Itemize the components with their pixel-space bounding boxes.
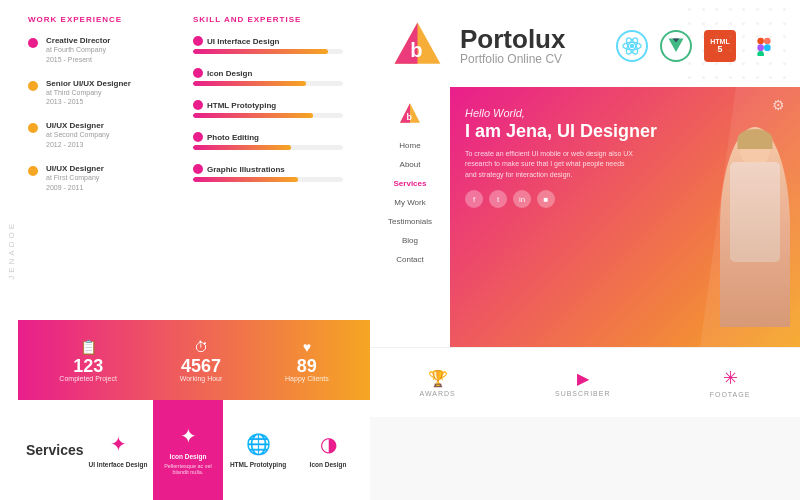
icon-design-sub: Pellentesque ac vel blandit nulla. — [158, 463, 218, 476]
awards-label: AWARDS — [420, 390, 456, 397]
nav-blog[interactable]: Blog — [370, 231, 450, 250]
skill-item-5: Graphic Illustrations — [193, 164, 343, 182]
skills-column: SKILL AND EXPERTISE UI Interface Design … — [193, 15, 343, 320]
nav-home[interactable]: Home — [370, 136, 450, 155]
main-container: JENADOE WORK EXPERIENCE Creative Directo… — [0, 0, 800, 500]
skill-item-2: Icon Design — [193, 68, 343, 86]
skill-item-3: HTML Prototyping — [193, 100, 343, 118]
skill-dot-3 — [193, 100, 203, 110]
hours-label: Working Hour — [180, 375, 223, 382]
nav-services[interactable]: Services — [370, 174, 450, 193]
nav-logo: b — [398, 102, 422, 126]
svg-point-3 — [630, 43, 635, 48]
job-title-2: Senior UI/UX Designer — [46, 79, 131, 88]
skill-dot-1 — [193, 36, 203, 46]
timeline-dot-4 — [28, 166, 38, 176]
linkedin-icon[interactable]: ■ — [537, 190, 555, 208]
hero-photo — [715, 127, 795, 347]
awards-icon: 🏆 — [420, 369, 456, 388]
brand-name: Portolux — [460, 26, 565, 52]
social-icons: f t in ■ — [465, 190, 785, 208]
skill-dot-4 — [193, 132, 203, 142]
hero-hello: Hello World, — [465, 107, 785, 119]
timeline-dot-1 — [28, 38, 38, 48]
html-label: HTML Prototyping — [230, 461, 286, 469]
job-company-3: at Second Company — [46, 130, 109, 140]
twitter-icon[interactable]: t — [489, 190, 507, 208]
skill-name-1: UI Interface Design — [207, 37, 279, 46]
work-experience-column: WORK EXPERIENCE Creative Director at Fou… — [28, 15, 183, 320]
footage-icon: ✳ — [710, 367, 751, 389]
side-label: JENADOE — [7, 221, 16, 280]
service-card-icon2[interactable]: ◑ Icon Design — [293, 400, 363, 500]
instagram-icon[interactable]: in — [513, 190, 531, 208]
job-years-3: 2012 - 2013 — [46, 140, 109, 150]
portfolio-preview: b Home About Services My Work Testimonia… — [370, 87, 800, 347]
ui-design-icon: ✦ — [110, 432, 127, 456]
job-title-3: UI/UX Designer — [46, 121, 109, 130]
stat-hours: ⏱ 4567 Working Hour — [180, 339, 223, 382]
completed-label: Completed Project — [59, 375, 117, 382]
nav-mywork[interactable]: My Work — [370, 193, 450, 212]
job-title-1: Creative Director — [46, 36, 110, 45]
icon2-label: Icon Design — [310, 461, 347, 469]
skill-bar-fill-1 — [193, 49, 328, 54]
service-card-photo[interactable]: 📷 Photo Editing — [363, 400, 370, 500]
nav-about[interactable]: About — [370, 155, 450, 174]
skill-bar-fill-3 — [193, 113, 313, 118]
completed-number: 123 — [59, 357, 117, 375]
skill-name-2: Icon Design — [207, 69, 252, 78]
icon2-icon: ◑ — [320, 432, 337, 456]
work-experience-title: WORK EXPERIENCE — [28, 15, 183, 24]
brand-text: Portolux Portfolio Online CV — [460, 26, 565, 66]
timeline-item-1: Creative Director at Fourth Company 2015… — [28, 36, 183, 65]
timeline-dot-3 — [28, 123, 38, 133]
html-icon: 🌐 — [246, 432, 271, 456]
job-company-1: at Fourth Company — [46, 45, 110, 55]
clients-icon: ♥ — [285, 339, 329, 355]
skill-item-4: Photo Editing — [193, 132, 343, 150]
award-subscriber: ▶ SUBSCRIBER — [555, 369, 611, 397]
skill-name-4: Photo Editing — [207, 133, 259, 142]
skill-bar-fill-5 — [193, 177, 298, 182]
gear-icon[interactable]: ⚙ — [772, 97, 785, 113]
skill-bar-fill-2 — [193, 81, 306, 86]
skill-bar-fill-4 — [193, 145, 291, 150]
service-card-icon-design[interactable]: ✦ Icon Design Pellentesque ac vel blandi… — [153, 400, 223, 500]
nav-contact[interactable]: Contact — [370, 250, 450, 269]
svg-text:b: b — [410, 39, 422, 61]
facebook-icon[interactable]: f — [465, 190, 483, 208]
job-years-2: 2013 - 2015 — [46, 97, 131, 107]
skill-name-5: Graphic Illustrations — [207, 165, 285, 174]
ui-design-label: UI Interface Design — [89, 461, 148, 469]
timeline-item-3: UI/UX Designer at Second Company 2012 - … — [28, 121, 183, 150]
cv-content: WORK EXPERIENCE Creative Director at Fou… — [18, 0, 370, 320]
cv-section: JENADOE WORK EXPERIENCE Creative Directo… — [0, 0, 370, 500]
subscriber-icon: ▶ — [555, 369, 611, 388]
job-company-4: at First Company — [46, 173, 104, 183]
clients-label: Happy Clients — [285, 375, 329, 382]
hero-description: To create an efficient UI mobile or web … — [465, 149, 635, 181]
service-card-ui[interactable]: ✦ UI Interface Design — [83, 400, 153, 500]
award-footage: ✳ FOOTAGE — [710, 367, 751, 398]
brand-tagline: Portfolio Online CV — [460, 52, 565, 66]
skill-item-1: UI Interface Design — [193, 36, 343, 54]
job-title-4: UI/UX Designer — [46, 164, 104, 173]
hero-name: I am Jena, UI Designer — [465, 121, 785, 143]
brand-logo: b — [390, 18, 445, 73]
service-card-html[interactable]: 🌐 HTML Prototyping — [223, 400, 293, 500]
job-years-4: 2009 - 2011 — [46, 183, 104, 193]
nav-testimonials[interactable]: Testimonials — [370, 212, 450, 231]
icon-design-icon: ✦ — [180, 424, 197, 448]
skill-dot-2 — [193, 68, 203, 78]
stats-bar: 📋 123 Completed Project ⏱ 4567 Working H… — [18, 320, 370, 400]
awards-row: 🏆 AWARDS ▶ SUBSCRIBER ✳ FOOTAGE — [370, 347, 800, 417]
timeline-dot-2 — [28, 81, 38, 91]
right-section: b Portolux Portfolio Online CV HTML 5 — [370, 0, 800, 500]
skill-dot-5 — [193, 164, 203, 174]
hero-panel: ⚙ Hello World, I am Jena, UI Designer To… — [450, 87, 800, 347]
icon-design-label: Icon Design — [170, 453, 207, 461]
completed-icon: 📋 — [59, 339, 117, 355]
clients-number: 89 — [285, 357, 329, 375]
award-awards: 🏆 AWARDS — [420, 369, 456, 397]
